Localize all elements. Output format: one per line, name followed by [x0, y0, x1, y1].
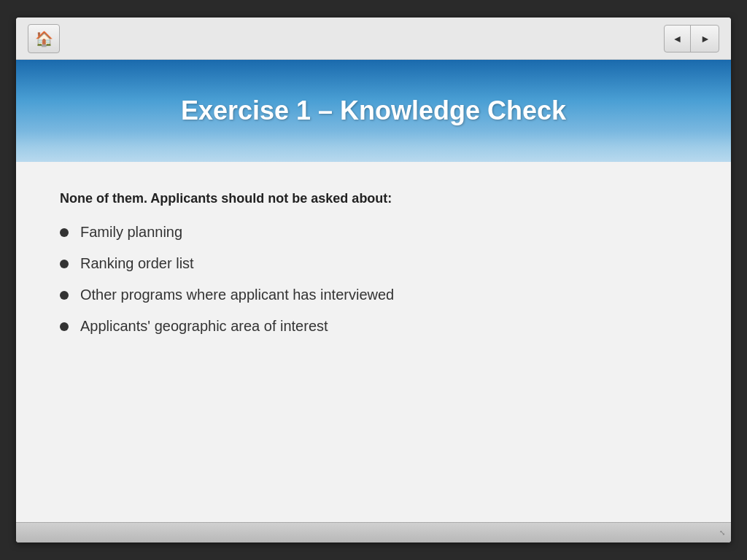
bullet-text-2: Ranking order list — [80, 255, 194, 272]
bullet-text-1: Family planning — [80, 224, 182, 241]
bullet-list: Family planning Ranking order list Other… — [60, 224, 687, 335]
nav-group: ◄ ► — [664, 25, 719, 52]
list-item: Ranking order list — [60, 255, 687, 272]
bullet-dot — [60, 291, 69, 300]
toolbar-left: 🏠 — [28, 24, 60, 53]
home-button[interactable]: 🏠 — [28, 24, 60, 53]
list-item: Other programs where applicant has inter… — [60, 287, 687, 303]
home-icon: 🏠 — [35, 30, 53, 47]
bullet-text-3: Other programs where applicant has inter… — [80, 287, 394, 303]
header-banner: Exercise 1 – Knowledge Check — [16, 60, 731, 162]
list-item: Family planning — [60, 224, 687, 241]
resize-icon: ⤡ — [719, 529, 725, 537]
intro-text: None of them. Applicants should not be a… — [60, 191, 687, 206]
footer-bar: ⤡ — [16, 522, 731, 542]
content-area: None of them. Applicants should not be a… — [16, 162, 731, 522]
list-item: Applicants' geographic area of interest — [60, 318, 687, 335]
toolbar: 🏠 ◄ ► — [16, 18, 731, 60]
bullet-dot — [60, 260, 69, 268]
prev-icon: ◄ — [673, 33, 683, 44]
page-title: Exercise 1 – Knowledge Check — [181, 96, 566, 126]
next-icon: ► — [700, 33, 711, 44]
next-button[interactable]: ► — [692, 26, 719, 52]
bullet-dot — [60, 228, 69, 237]
bullet-dot — [60, 322, 69, 331]
slide-container: 🏠 ◄ ► Exercise 1 – Knowledge Check None … — [16, 18, 731, 542]
prev-button[interactable]: ◄ — [665, 26, 691, 52]
bullet-text-4: Applicants' geographic area of interest — [80, 318, 328, 335]
toolbar-right: ◄ ► — [664, 25, 719, 52]
